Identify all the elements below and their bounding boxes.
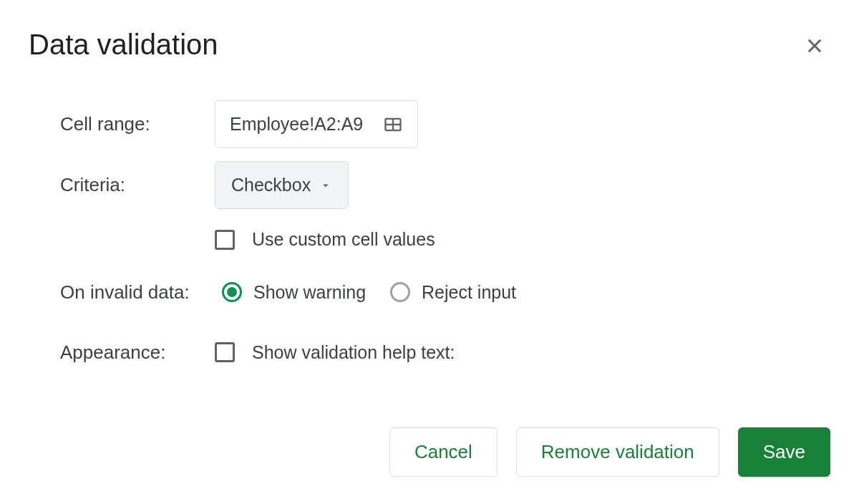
- radio-label-show-warning: Show warning: [253, 282, 366, 303]
- data-validation-dialog: Data validation Cell range: Employee!A2:…: [29, 29, 830, 477]
- custom-values-checkbox[interactable]: [215, 230, 235, 250]
- remove-validation-button[interactable]: Remove validation: [516, 427, 719, 477]
- appearance-label: Appearance:: [29, 341, 215, 364]
- radio-reject-input[interactable]: Reject input: [390, 282, 516, 303]
- dialog-footer: Cancel Remove validation Save: [29, 427, 830, 477]
- cell-range-row: Cell range: Employee!A2:A9: [29, 100, 830, 148]
- dialog-header: Data validation: [29, 29, 830, 64]
- cell-range-input[interactable]: Employee!A2:A9: [215, 100, 418, 148]
- dialog-title: Data validation: [29, 29, 218, 61]
- criteria-selected: Checkbox: [231, 175, 311, 195]
- radio-show-warning[interactable]: Show warning: [222, 282, 366, 303]
- criteria-label: Criteria:: [29, 174, 215, 196]
- radio-label-reject-input: Reject input: [422, 282, 516, 303]
- criteria-dropdown[interactable]: Checkbox: [215, 161, 349, 209]
- appearance-row: Appearance: Show validation help text:: [29, 334, 830, 370]
- grid-icon: [383, 115, 403, 135]
- on-invalid-radio-group: Show warning Reject input: [222, 282, 516, 303]
- select-range-button[interactable]: [383, 115, 403, 135]
- on-invalid-label: On invalid data:: [29, 281, 215, 304]
- custom-values-row: Use custom cell values: [215, 229, 830, 250]
- cancel-button[interactable]: Cancel: [389, 427, 498, 477]
- help-text-checkbox[interactable]: [215, 342, 235, 362]
- save-button[interactable]: Save: [738, 427, 830, 477]
- on-invalid-row: On invalid data: Show warning Reject inp…: [29, 274, 830, 310]
- close-icon: [805, 36, 825, 56]
- cell-range-value: Employee!A2:A9: [230, 114, 363, 135]
- radio-input-reject-input: [390, 282, 410, 302]
- help-text-label: Show validation help text:: [252, 342, 455, 363]
- close-button[interactable]: [799, 30, 830, 64]
- custom-values-label: Use custom cell values: [252, 229, 435, 250]
- dropdown-caret-icon: [319, 179, 332, 192]
- radio-input-show-warning: [222, 282, 242, 302]
- cell-range-label: Cell range:: [29, 113, 215, 135]
- criteria-row: Criteria: Checkbox: [29, 161, 830, 209]
